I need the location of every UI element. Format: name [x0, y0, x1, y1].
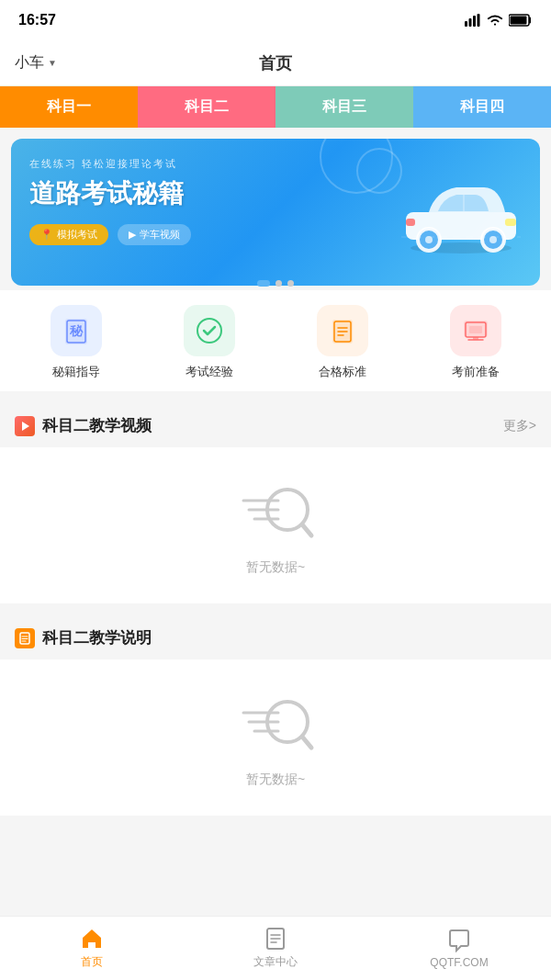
quick-actions: 秘 秘籍指导 考试经验: [0, 290, 551, 391]
video-section-header: 科目二教学视频 更多>: [0, 400, 551, 447]
banner[interactable]: 在线练习 轻松迎接理论考试 道路考试秘籍 📍 模拟考试 ▶ 学车视频: [11, 139, 540, 286]
subject-tab-4[interactable]: 科目四: [413, 86, 551, 128]
kaozhuanbi-label: 考前准备: [452, 364, 500, 380]
signal-icon: [465, 14, 481, 27]
divider2: [0, 603, 551, 613]
nav-chat[interactable]: QQTF.COM: [367, 929, 551, 969]
miji-label: 秘籍指导: [52, 364, 100, 380]
svg-rect-1: [469, 18, 472, 27]
page-title: 首页: [259, 52, 292, 74]
doc-title-wrap: 科目二教学说明: [15, 627, 152, 648]
dropdown-arrow: ▼: [48, 58, 57, 68]
doc-empty-icon: [234, 687, 317, 760]
doc-section-header: 科目二教学说明: [0, 613, 551, 659]
divider1: [0, 391, 551, 400]
action-hege[interactable]: 合格标准: [306, 305, 379, 380]
svg-rect-5: [511, 17, 527, 25]
banner-dot-1[interactable]: [257, 280, 270, 287]
subject-tab-3[interactable]: 科目三: [276, 86, 413, 128]
nav-article[interactable]: 文章中心: [184, 927, 367, 970]
svg-rect-2: [473, 16, 476, 27]
action-kaoshi[interactable]: 考试经验: [173, 305, 246, 380]
svg-point-19: [197, 319, 221, 343]
home-icon: [80, 927, 104, 951]
action-miji[interactable]: 秘 秘籍指导: [39, 305, 113, 380]
kaoshi-label: 考试经验: [186, 364, 233, 380]
action-kaozhuanbia[interactable]: 考前准备: [439, 305, 512, 380]
wifi-icon: [487, 14, 503, 27]
subject-tabs: 科目一 科目二 科目三 科目四: [0, 86, 551, 128]
bottom-nav: 首页 文章中心 QQTF.COM: [0, 916, 551, 980]
subject-tab-2[interactable]: 科目二: [138, 86, 276, 128]
svg-rect-10: [406, 219, 415, 226]
video-title-wrap: 科目二教学视频: [15, 415, 152, 436]
banner-subtitle: 在线练习 轻松迎接理论考试: [29, 157, 522, 171]
banner-dot-3[interactable]: [287, 280, 294, 287]
nav-home-label: 首页: [81, 954, 103, 970]
vehicle-selector[interactable]: 小车 ▼: [15, 53, 57, 73]
banner-btn-simulate[interactable]: 📍 模拟考试: [29, 224, 108, 245]
video-empty-state: 暂无数据~: [0, 447, 551, 603]
hege-icon-bg: [317, 305, 368, 356]
banner-btn-video[interactable]: ▶ 学车视频: [118, 224, 191, 245]
banner-dots: [0, 280, 551, 290]
doc-empty-state: 暂无数据~: [0, 659, 551, 816]
video-section-title: 科目二教学视频: [42, 415, 152, 436]
nav-chat-label: QQTF.COM: [430, 956, 488, 969]
doc-section-title: 科目二教学说明: [42, 627, 152, 648]
svg-line-35: [302, 524, 311, 535]
header: 小车 ▼ 首页: [0, 40, 551, 86]
svg-rect-3: [478, 14, 480, 27]
svg-rect-9: [505, 219, 516, 226]
hege-label: 合格标准: [319, 364, 366, 380]
status-icons: [465, 14, 533, 27]
banner-decoration-circle2: [356, 148, 402, 194]
status-time: 16:57: [18, 12, 56, 28]
svg-text:秘: 秘: [69, 323, 84, 338]
kaozhuanbi-icon-bg: [450, 305, 501, 356]
subject-tab-1[interactable]: 科目一: [0, 86, 138, 128]
chat-icon: [447, 929, 471, 952]
svg-marker-30: [22, 422, 29, 431]
video-more-link[interactable]: 更多>: [503, 418, 536, 434]
article-icon: [264, 927, 287, 951]
svg-rect-0: [465, 21, 467, 27]
video-empty-icon: [234, 475, 317, 548]
doc-empty-text: 暂无数据~: [246, 772, 305, 788]
status-bar: 16:57: [0, 0, 551, 40]
video-section-icon: [15, 416, 35, 436]
vehicle-type-label: 小车: [15, 53, 44, 73]
miji-icon-bg: 秘: [51, 305, 102, 356]
banner-dot-2[interactable]: [276, 280, 282, 287]
video-empty-text: 暂无数据~: [246, 559, 305, 576]
doc-section-icon: [15, 628, 35, 648]
svg-line-44: [302, 737, 311, 748]
kaoshi-icon-bg: [184, 305, 235, 356]
battery-icon: [509, 14, 533, 27]
banner-car-illustration: [397, 171, 525, 253]
nav-home[interactable]: 首页: [0, 927, 184, 970]
nav-article-label: 文章中心: [253, 954, 298, 970]
svg-rect-29: [469, 326, 482, 333]
